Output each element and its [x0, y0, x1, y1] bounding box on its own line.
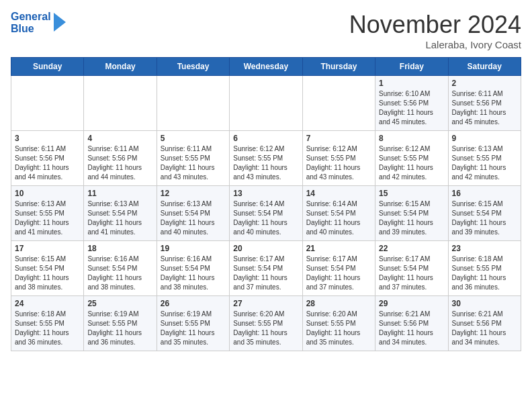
calendar-cell: 2Sunrise: 6:11 AM Sunset: 5:56 PM Daylig… [448, 76, 521, 131]
day-info: Sunrise: 6:13 AM Sunset: 5:54 PM Dayligh… [87, 199, 152, 237]
calendar-cell: 27Sunrise: 6:20 AM Sunset: 5:55 PM Dayli… [230, 296, 302, 351]
calendar-week-row: 24Sunrise: 6:18 AM Sunset: 5:55 PM Dayli… [11, 296, 521, 351]
calendar-cell: 4Sunrise: 6:11 AM Sunset: 5:56 PM Daylig… [84, 131, 157, 186]
calendar-cell: 14Sunrise: 6:14 AM Sunset: 5:54 PM Dayli… [302, 186, 375, 241]
day-info: Sunrise: 6:18 AM Sunset: 5:55 PM Dayligh… [452, 255, 517, 292]
day-info: Sunrise: 6:11 AM Sunset: 5:55 PM Dayligh… [161, 144, 226, 182]
day-number: 19 [161, 244, 226, 253]
calendar-cell: 13Sunrise: 6:14 AM Sunset: 5:54 PM Dayli… [230, 186, 302, 241]
day-number: 17 [15, 244, 80, 253]
calendar-week-row: 17Sunrise: 6:15 AM Sunset: 5:54 PM Dayli… [11, 241, 521, 296]
calendar-header: SundayMondayTuesdayWednesdayThursdayFrid… [11, 58, 521, 76]
day-number: 28 [306, 299, 371, 308]
day-number: 24 [15, 299, 80, 308]
day-number: 10 [15, 189, 80, 198]
day-info: Sunrise: 6:13 AM Sunset: 5:54 PM Dayligh… [161, 199, 226, 237]
day-info: Sunrise: 6:10 AM Sunset: 5:56 PM Dayligh… [379, 89, 444, 127]
day-number: 22 [379, 244, 444, 253]
day-info: Sunrise: 6:13 AM Sunset: 5:55 PM Dayligh… [15, 199, 80, 237]
day-info: Sunrise: 6:17 AM Sunset: 5:54 PM Dayligh… [379, 255, 444, 292]
day-info: Sunrise: 6:17 AM Sunset: 5:54 PM Dayligh… [233, 255, 298, 292]
day-info: Sunrise: 6:13 AM Sunset: 5:55 PM Dayligh… [452, 144, 517, 182]
day-info: Sunrise: 6:14 AM Sunset: 5:54 PM Dayligh… [306, 199, 371, 237]
calendar-body: 1Sunrise: 6:10 AM Sunset: 5:56 PM Daylig… [11, 76, 521, 351]
day-number: 29 [379, 299, 444, 308]
calendar-cell: 22Sunrise: 6:17 AM Sunset: 5:54 PM Dayli… [375, 241, 448, 296]
day-info: Sunrise: 6:17 AM Sunset: 5:54 PM Dayligh… [306, 255, 371, 292]
calendar-cell [302, 76, 375, 131]
day-number: 9 [452, 134, 517, 143]
day-number: 18 [87, 244, 152, 253]
calendar-cell: 20Sunrise: 6:17 AM Sunset: 5:54 PM Dayli… [230, 241, 302, 296]
calendar-cell: 3Sunrise: 6:11 AM Sunset: 5:56 PM Daylig… [11, 131, 84, 186]
calendar-cell: 28Sunrise: 6:20 AM Sunset: 5:55 PM Dayli… [302, 296, 375, 351]
calendar-cell: 18Sunrise: 6:16 AM Sunset: 5:54 PM Dayli… [84, 241, 157, 296]
day-info: Sunrise: 6:19 AM Sunset: 5:55 PM Dayligh… [161, 310, 226, 347]
day-of-week-header: Thursday [302, 58, 375, 76]
day-of-week-header: Monday [84, 58, 157, 76]
calendar-cell: 26Sunrise: 6:19 AM Sunset: 5:55 PM Dayli… [157, 296, 229, 351]
day-info: Sunrise: 6:21 AM Sunset: 5:56 PM Dayligh… [452, 310, 517, 347]
day-number: 11 [87, 189, 152, 198]
calendar-cell: 11Sunrise: 6:13 AM Sunset: 5:54 PM Dayli… [84, 186, 157, 241]
day-number: 30 [452, 299, 517, 308]
calendar-cell [230, 76, 302, 131]
calendar-cell: 7Sunrise: 6:12 AM Sunset: 5:55 PM Daylig… [302, 131, 375, 186]
day-number: 15 [379, 189, 444, 198]
day-number: 8 [379, 134, 444, 143]
day-number: 7 [306, 134, 371, 143]
day-number: 26 [161, 299, 226, 308]
day-info: Sunrise: 6:11 AM Sunset: 5:56 PM Dayligh… [15, 144, 80, 182]
calendar-cell: 23Sunrise: 6:18 AM Sunset: 5:55 PM Dayli… [448, 241, 521, 296]
calendar-cell: 30Sunrise: 6:21 AM Sunset: 5:56 PM Dayli… [448, 296, 521, 351]
calendar-week-row: 3Sunrise: 6:11 AM Sunset: 5:56 PM Daylig… [11, 131, 521, 186]
month-title: November 2024 [349, 11, 521, 39]
day-number: 21 [306, 244, 371, 253]
calendar-cell: 9Sunrise: 6:13 AM Sunset: 5:55 PM Daylig… [448, 131, 521, 186]
day-of-week-header: Sunday [11, 58, 84, 76]
calendar-cell: 8Sunrise: 6:12 AM Sunset: 5:55 PM Daylig… [375, 131, 448, 186]
day-number: 25 [87, 299, 152, 308]
day-number: 13 [233, 189, 298, 198]
day-info: Sunrise: 6:20 AM Sunset: 5:55 PM Dayligh… [306, 310, 371, 347]
calendar-table: SundayMondayTuesdayWednesdayThursdayFrid… [11, 57, 521, 351]
calendar-cell: 10Sunrise: 6:13 AM Sunset: 5:55 PM Dayli… [11, 186, 84, 241]
calendar-cell: 15Sunrise: 6:15 AM Sunset: 5:54 PM Dayli… [375, 186, 448, 241]
day-info: Sunrise: 6:20 AM Sunset: 5:55 PM Dayligh… [233, 310, 298, 347]
day-number: 5 [161, 134, 226, 143]
day-info: Sunrise: 6:15 AM Sunset: 5:54 PM Dayligh… [379, 199, 444, 237]
calendar-cell: 19Sunrise: 6:16 AM Sunset: 5:54 PM Dayli… [157, 241, 229, 296]
day-number: 1 [379, 79, 444, 88]
day-number: 27 [233, 299, 298, 308]
day-number: 3 [15, 134, 80, 143]
header-row: SundayMondayTuesdayWednesdayThursdayFrid… [11, 58, 521, 76]
day-of-week-header: Saturday [448, 58, 521, 76]
day-number: 14 [306, 189, 371, 198]
day-info: Sunrise: 6:18 AM Sunset: 5:55 PM Dayligh… [15, 310, 80, 347]
day-number: 4 [87, 134, 152, 143]
location-subtitle: Laleraba, Ivory Coast [349, 39, 521, 50]
day-info: Sunrise: 6:16 AM Sunset: 5:54 PM Dayligh… [87, 255, 152, 292]
calendar-cell: 5Sunrise: 6:11 AM Sunset: 5:55 PM Daylig… [157, 131, 229, 186]
logo: General Blue [11, 11, 66, 36]
day-info: Sunrise: 6:11 AM Sunset: 5:56 PM Dayligh… [87, 144, 152, 182]
day-info: Sunrise: 6:14 AM Sunset: 5:54 PM Dayligh… [233, 199, 298, 237]
calendar-cell [157, 76, 229, 131]
day-of-week-header: Tuesday [157, 58, 229, 76]
day-number: 23 [452, 244, 517, 253]
calendar-cell: 29Sunrise: 6:21 AM Sunset: 5:56 PM Dayli… [375, 296, 448, 351]
calendar-cell: 25Sunrise: 6:19 AM Sunset: 5:55 PM Dayli… [84, 296, 157, 351]
day-info: Sunrise: 6:12 AM Sunset: 5:55 PM Dayligh… [233, 144, 298, 182]
day-info: Sunrise: 6:19 AM Sunset: 5:55 PM Dayligh… [87, 310, 152, 347]
calendar-cell [84, 76, 157, 131]
calendar-cell: 12Sunrise: 6:13 AM Sunset: 5:54 PM Dayli… [157, 186, 229, 241]
day-of-week-header: Wednesday [230, 58, 302, 76]
day-number: 20 [233, 244, 298, 253]
calendar-cell: 16Sunrise: 6:15 AM Sunset: 5:54 PM Dayli… [448, 186, 521, 241]
calendar-cell: 21Sunrise: 6:17 AM Sunset: 5:54 PM Dayli… [302, 241, 375, 296]
calendar-week-row: 10Sunrise: 6:13 AM Sunset: 5:55 PM Dayli… [11, 186, 521, 241]
day-info: Sunrise: 6:15 AM Sunset: 5:54 PM Dayligh… [15, 255, 80, 292]
calendar-cell: 6Sunrise: 6:12 AM Sunset: 5:55 PM Daylig… [230, 131, 302, 186]
calendar-cell [11, 76, 84, 131]
day-number: 2 [452, 79, 517, 88]
